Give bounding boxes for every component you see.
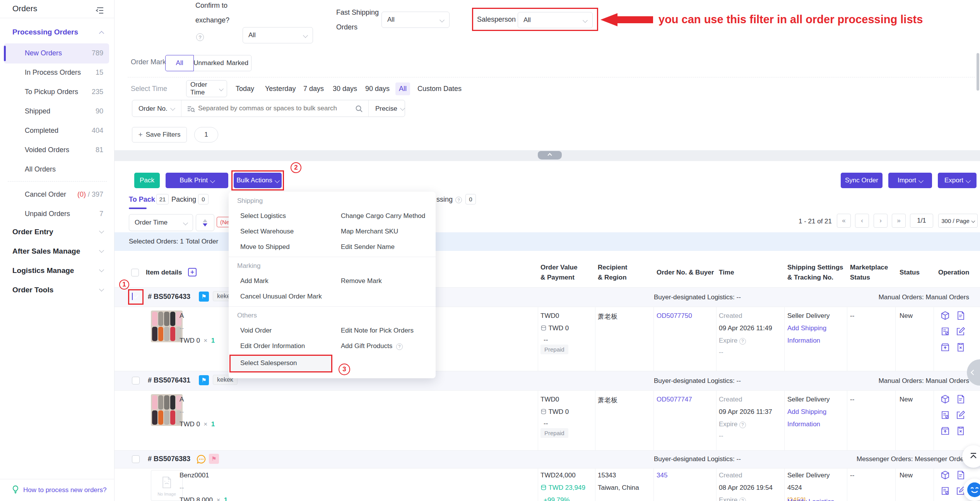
page-size-select[interactable]: 300 / Page — [938, 214, 978, 228]
sidebar-item-voided[interactable]: Voided Orders — [25, 146, 69, 154]
sidebar-item-unpaid-orders[interactable]: Unpaid Orders — [25, 210, 70, 218]
time-option-30days[interactable]: 30 days — [333, 85, 357, 93]
sidebar-item-in-process[interactable]: In Process Orders — [25, 69, 81, 77]
product-image[interactable] — [151, 311, 183, 342]
export-button[interactable]: Export — [938, 173, 977, 188]
select-all-checkbox[interactable] — [131, 269, 139, 276]
bulk-actions-button[interactable]: Bulk Actions — [234, 173, 282, 188]
sidebar-item-all-orders[interactable]: All Orders — [25, 165, 56, 173]
time-option-yesterday[interactable]: Yesterday — [265, 85, 296, 93]
edit-icon[interactable] — [956, 326, 966, 336]
invoice-icon[interactable] — [956, 394, 966, 404]
time-option-today[interactable]: Today — [236, 85, 254, 93]
sidebar-section-logistics[interactable]: Logistics Manage — [12, 266, 74, 275]
product-name[interactable]: A — [180, 312, 184, 320]
salesperson-select[interactable]: All — [518, 12, 593, 28]
invoice-icon[interactable] — [956, 470, 966, 480]
order-no-field[interactable]: Order No. — [139, 105, 174, 113]
menu-item-select-salesperson-bg[interactable]: Select Salesperson — [230, 355, 332, 372]
order-no-link[interactable]: OD5077747 — [657, 396, 692, 403]
order-search-input[interactable] — [198, 102, 353, 115]
product-image[interactable] — [151, 394, 183, 426]
order-id[interactable]: # BS5076383 — [148, 455, 190, 463]
pagination-first-button[interactable]: « — [837, 214, 851, 228]
modify-logistics-link[interactable]: Modify Logistics — [787, 498, 834, 501]
collapse-filters-tab[interactable] — [538, 151, 562, 160]
save-filters-button[interactable]: + Save Filters — [132, 127, 187, 142]
sort-direction-toggle[interactable] — [196, 214, 214, 231]
pack-button[interactable]: Pack — [134, 173, 160, 188]
product-name[interactable]: A — [180, 396, 184, 403]
order-no-link[interactable]: OD5077750 — [657, 312, 692, 320]
menu-item-add-gift[interactable]: Add Gift Products ? — [341, 342, 403, 350]
tab-processing-partial[interactable]: ssing — [436, 196, 453, 204]
archive-up-icon[interactable] — [940, 342, 950, 352]
invoice-icon[interactable] — [956, 311, 966, 321]
flag-icon-blue[interactable]: ⚑ — [199, 375, 209, 385]
menu-item-map-sku[interactable]: Map Merchant SKU — [341, 228, 398, 235]
product-name[interactable]: Benz0001 — [180, 472, 209, 479]
tab-to-pack[interactable]: To Pack — [129, 196, 155, 204]
bulk-print-button[interactable]: Bulk Print — [166, 173, 228, 188]
sidebar-group-processing-orders[interactable]: Processing Orders — [12, 28, 78, 36]
fast-shipping-select[interactable]: All — [381, 12, 450, 28]
order-id[interactable]: # BS5076431 — [148, 376, 190, 384]
menu-item-cancel-unusual[interactable]: Cancel Unusual Order Mark — [240, 293, 322, 300]
confirm-exchange-select[interactable]: All — [243, 27, 313, 43]
edit-icon[interactable] — [956, 410, 966, 420]
pagination-prev-button[interactable]: ‹ — [855, 214, 869, 228]
message-icon[interactable] — [196, 454, 207, 465]
menu-item-void-order[interactable]: Void Order — [240, 327, 272, 335]
pick-note-icon[interactable] — [940, 326, 950, 336]
search-icon[interactable] — [355, 105, 363, 113]
sidebar-section-order-entry[interactable]: Order Entry — [12, 228, 53, 236]
menu-item-select-logistics[interactable]: Select Logistics — [240, 212, 286, 220]
sync-order-button[interactable]: Sync Order — [841, 173, 883, 188]
sidebar-item-to-pickup[interactable]: To Pickup Orders — [25, 88, 78, 96]
time-option-7days[interactable]: 7 days — [303, 85, 324, 93]
collapse-sidebar-icon[interactable] — [95, 5, 105, 15]
package-icon[interactable] — [940, 394, 950, 404]
sidebar-item-cancel-order[interactable]: Cancel Order — [25, 190, 66, 199]
help-circle-icon[interactable]: ? — [196, 33, 204, 41]
time-option-90days[interactable]: 90 days — [365, 85, 390, 93]
menu-item-edit-sender[interactable]: Edit Sender Name — [341, 243, 395, 251]
import-button[interactable]: Import — [888, 173, 932, 188]
menu-item-select-warehouse[interactable]: Select Warehouse — [240, 228, 294, 235]
pagination-next-button[interactable]: › — [874, 214, 888, 228]
order-no-link[interactable]: 345 — [657, 472, 667, 479]
void-order-icon[interactable] — [956, 342, 966, 352]
add-shipping-link-2[interactable]: Information — [787, 337, 820, 345]
scrollbar-thumb[interactable] — [977, 53, 979, 91]
sidebar-section-order-tools[interactable]: Order Tools — [12, 286, 53, 294]
package-icon[interactable] — [940, 311, 950, 321]
time-option-all[interactable]: All — [395, 82, 410, 95]
row-checkbox-checked[interactable] — [132, 293, 133, 300]
row-checkbox[interactable] — [132, 455, 140, 463]
precise-select[interactable]: Precise — [375, 105, 404, 113]
archive-up-icon[interactable] — [940, 426, 950, 436]
time-field-select[interactable]: Order Time — [186, 80, 227, 97]
order-id[interactable]: # BS5076433 — [148, 293, 190, 301]
menu-item-change-cargo[interactable]: Change Cargo Carry Method — [341, 212, 425, 220]
add-column-icon[interactable]: + — [188, 268, 197, 276]
add-shipping-link-1[interactable]: Add Shipping — [787, 324, 826, 332]
order-mark-segment-all[interactable]: All — [165, 55, 194, 71]
sidebar-item-completed[interactable]: Completed — [25, 127, 58, 135]
menu-item-remove-mark[interactable]: Remove Mark — [341, 277, 382, 285]
menu-item-move-shipped[interactable]: Move to Shipped — [240, 243, 290, 251]
sort-field-select[interactable]: Order Time — [129, 214, 193, 231]
saved-filter-pill[interactable]: 1 — [194, 127, 218, 142]
flag-icon-blue[interactable]: ⚑ — [199, 292, 209, 302]
sidebar-item-shipped[interactable]: Shipped — [25, 107, 50, 115]
package-icon[interactable] — [940, 470, 950, 480]
sidebar-section-after-sales[interactable]: After Sales Manage — [12, 247, 80, 256]
chevron-up-icon[interactable] — [99, 31, 104, 36]
time-option-custom-dates[interactable]: Custom Dates — [417, 85, 462, 93]
pagination-last-button[interactable]: » — [892, 214, 906, 228]
order-mark-segment-marked[interactable]: Marked — [224, 55, 251, 71]
row-checkbox[interactable] — [132, 377, 140, 384]
add-shipping-link-2[interactable]: Information — [787, 420, 820, 428]
pick-note-icon[interactable] — [940, 410, 950, 420]
tab-packing[interactable]: Packing — [171, 196, 196, 204]
